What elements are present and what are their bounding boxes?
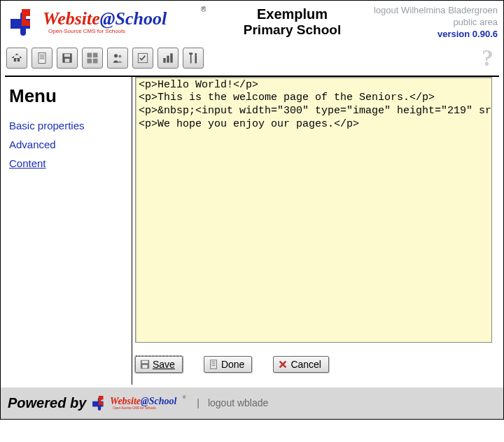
sidebar-item-basic-properties[interactable]: Basic properties	[9, 120, 123, 131]
svg-rect-21	[189, 52, 192, 55]
html-editor[interactable]	[135, 77, 492, 343]
title-line2: Primary School	[216, 22, 368, 38]
menu-heading: Menu	[9, 85, 123, 107]
cancel-button[interactable]: Cancel	[273, 356, 329, 373]
toolbar: ?	[1, 42, 503, 76]
logo-svg: Website@School Open-Source CMS for Schoo…	[6, 3, 209, 36]
save-disk-icon[interactable]	[57, 48, 78, 69]
svg-text:Website@School: Website@School	[43, 8, 167, 29]
home-icon[interactable]	[6, 48, 27, 69]
save-label: Save	[153, 359, 175, 370]
svg-rect-19	[170, 53, 172, 62]
svg-rect-25	[143, 365, 148, 368]
users-icon[interactable]	[107, 48, 128, 69]
svg-text:Open-Source CMS for Schools: Open-Source CMS for Schools	[113, 406, 157, 410]
svg-rect-26	[211, 360, 217, 369]
sidebar: Menu Basic properties Advanced Content	[1, 77, 132, 385]
main: Menu Basic properties Advanced Content S…	[1, 77, 503, 385]
button-row: Save Done Cancel	[135, 356, 496, 373]
header: Website@School Open-Source CMS for Schoo…	[1, 1, 503, 42]
done-button[interactable]: Done	[204, 356, 252, 373]
checklist-icon[interactable]	[132, 48, 153, 69]
cancel-label: Cancel	[290, 359, 321, 370]
svg-rect-10	[88, 52, 92, 57]
footer: Powered by Website@School Open-Source CM…	[1, 387, 503, 419]
svg-rect-22	[195, 55, 197, 63]
footer-separator: |	[197, 397, 200, 408]
sidebar-item-advanced[interactable]: Advanced	[9, 138, 123, 150]
save-disk-small-icon	[140, 359, 150, 369]
logo[interactable]: Website@School Open-Source CMS for Schoo…	[6, 3, 216, 36]
stats-icon[interactable]	[158, 48, 178, 69]
svg-rect-3	[38, 52, 46, 63]
document-small-icon	[209, 359, 218, 369]
logout-link[interactable]: logout Wilhelmina Bladergroen	[368, 5, 498, 17]
header-right: logout Wilhelmina Bladergroen public are…	[368, 3, 498, 41]
tools-icon[interactable]	[183, 48, 204, 69]
svg-rect-8	[64, 54, 70, 57]
done-label: Done	[221, 359, 244, 370]
svg-rect-9	[65, 59, 70, 62]
svg-text:Website@School: Website@School	[110, 396, 177, 406]
svg-rect-24	[142, 360, 148, 363]
powered-by-text: Powered by	[8, 395, 86, 411]
svg-rect-17	[163, 58, 165, 63]
footer-logout-link[interactable]: logout wblade	[208, 397, 268, 408]
svg-text:®: ®	[201, 6, 206, 13]
sidebar-item-content[interactable]: Content	[9, 157, 123, 169]
site-title: Exemplum Primary School	[216, 3, 368, 38]
title-line1: Exemplum	[216, 6, 368, 22]
svg-point-14	[114, 54, 118, 57]
page-icon[interactable]	[31, 48, 52, 69]
public-area-link[interactable]: public area	[368, 17, 498, 29]
version-text: version 0.90.6	[368, 29, 498, 41]
modules-icon[interactable]	[82, 48, 103, 69]
svg-rect-13	[93, 59, 98, 64]
content-area: Save Done Cancel	[132, 77, 503, 385]
svg-rect-11	[93, 52, 98, 57]
save-button[interactable]: Save	[135, 356, 183, 373]
svg-rect-12	[88, 59, 92, 64]
svg-point-15	[118, 55, 121, 57]
svg-text:Open-Source CMS for Schools: Open-Source CMS for Schools	[48, 28, 125, 34]
footer-logo[interactable]: Website@School Open-Source CMS for Schoo…	[90, 393, 188, 413]
cancel-x-icon	[278, 359, 288, 369]
help-icon[interactable]: ?	[482, 45, 498, 71]
svg-rect-18	[167, 55, 169, 62]
svg-text:®: ®	[183, 395, 186, 399]
